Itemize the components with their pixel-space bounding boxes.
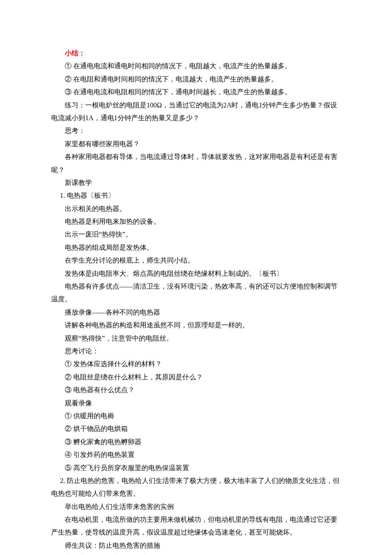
- text-line: 小结：: [51, 47, 341, 60]
- text-line: ① 发热体应选择什么样的材料？: [51, 358, 341, 370]
- text-line: 讲解各种电热器的构造和用途虽然不同，但原理却是一样的。: [51, 319, 341, 332]
- text-line: 练习：一根电炉丝的电阻是100Ω，当通过它的电流为2A时，通电1分钟产生多少热量…: [51, 99, 341, 125]
- document-body: 小结：① 在通电电流和通电时间相同的情况下，电阻越大，电流产生的热量越多。② 在…: [51, 47, 341, 555]
- text-line: ③ 电热器有什么优点？: [51, 384, 341, 396]
- text-line: 2. 防止电热的危害，电热给人们生活带来了极大方便，极大地丰富了人们的物质文化生…: [51, 474, 341, 500]
- text-line: ③ 在通电电流和电阻相同的情况下，通电时间越长，电流产生的热量越多。: [51, 86, 341, 98]
- text-line: ② 电阻丝是绕在什么材料上，其原因是什么？: [51, 371, 341, 384]
- text-line: 家里都有哪些家用电器？: [51, 138, 341, 150]
- text-line: ① 供暖用的电褥: [51, 410, 341, 422]
- text-line: 思考讨论：: [51, 345, 341, 358]
- text-line: ③ 孵化家禽的电热孵卵器: [51, 436, 341, 448]
- text-line: 发热体是由电阻率大、熔点高的电阻丝绕在绝缘材料上制成的。〔板书〕: [51, 267, 341, 280]
- text-line: 1. 电热器〔板书〕: [51, 189, 341, 202]
- text-line: 电热器是利用电来加热的设备。: [51, 215, 341, 228]
- text-line: 出示相关的电热器。: [51, 202, 341, 215]
- text-line: ⑤ 高空飞行员所穿衣服里的电热保温装置: [51, 462, 341, 474]
- text-line: ② 在电阻和通电时间相同的情况下，电流越大，电流产生的热量越多。: [51, 73, 341, 86]
- text-line: 各种家用电器都有导体，当电流通过导体时，导体就要发热，这对家用电器是有利还是有害…: [51, 150, 341, 176]
- text-line: 播放录像——各种不同的电热器: [51, 306, 341, 319]
- text-line: ② 烘干物品的电烘箱: [51, 422, 341, 435]
- document-page: 小结：① 在通电电流和通电时间相同的情况下，电阻越大，电流产生的热量越多。② 在…: [0, 0, 392, 555]
- text-line: ④ 引发炸药的电热装置: [51, 448, 341, 461]
- text-line: 装风扇：如有的电动机、计算机、投影仪等。: [51, 552, 341, 555]
- text-line: 电热器有许多优点——清洁卫生，没有环境污染，热效率高，有的还可以方便地控制和调节…: [51, 280, 341, 306]
- text-line: 观察“热得快”，注意管中的电阻丝。: [51, 332, 341, 345]
- text-line: 电热器的组成局部是发热体。: [51, 241, 341, 254]
- text-line: 举出电热给人们生活带来危害的实例: [51, 500, 341, 513]
- text-line: 出示一废旧“热得快”。: [51, 228, 341, 241]
- text-line: 观看录像: [51, 397, 341, 410]
- text-line: 在电动机里，电流所做的功主要用来做机械功，但电动机里的导线有电阻，电流通过它还要…: [51, 513, 341, 539]
- text-line: ① 在通电电流和通电时间相同的情况下，电阻越大，电流产生的热量越多。: [51, 60, 341, 72]
- text-line: 新课教学: [51, 176, 341, 189]
- text-line: 在学生充分讨论的根底上，师生共同小结。: [51, 254, 341, 267]
- text-line: 师生共议：防止电热危害的措施: [51, 539, 341, 552]
- text-line: 思考：: [51, 124, 341, 137]
